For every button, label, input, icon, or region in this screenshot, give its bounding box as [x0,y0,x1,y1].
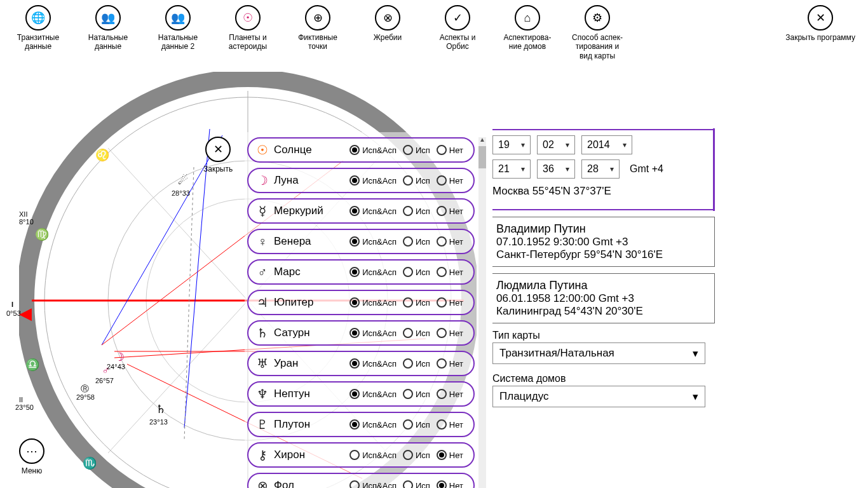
radio-use[interactable] [403,480,413,488]
chevron-down-icon: ▾ [521,165,525,173]
house-system-label: Система домов [492,373,715,384]
close-program-button[interactable]: ✕ Закрыть программу [785,5,855,42]
toolbar-lots[interactable]: ⊗ Жребии [362,5,413,60]
radio-none[interactable] [437,389,447,399]
settings-panel: 19▾ 02▾ 2014▾ 21▾ 36▾ 28▾ Gmt +4 Москва … [492,129,715,407]
planet-glyph-icon: ⚷ [255,447,270,463]
planet-glyph-icon: ♄ [255,325,270,341]
top-toolbar: 🌐 Транзитные данные 👥 Натальные данные 👥… [0,0,868,65]
planet-row-марс: ♂ Марс Исп&АспИспНет [247,259,475,285]
planet-glyph-icon: ♂ [255,265,270,280]
radio-none[interactable] [437,480,447,488]
radio-both[interactable] [349,206,360,216]
scroll-up-icon[interactable]: ▲ [478,136,486,145]
natal-person-1[interactable]: Владимир Путин 07.10.1952 9:30:00 Gmt +3… [492,217,715,267]
close-panel-button[interactable]: ✕ Закрыть [203,137,233,173]
toolbar-aspects-orbs[interactable]: ✓ Аспекты и Орбис [432,5,483,60]
radio-use[interactable] [403,358,413,369]
fictitious-icon: ⊕ [305,5,330,30]
radio-none[interactable] [437,419,447,430]
planet-name: Уран [274,357,331,370]
toolbar-planets-asteroids[interactable]: ☉ Планеты и астероиды [222,5,273,60]
planet-name: Луна [274,174,331,187]
planet-glyph-icon: ♀ [255,234,270,249]
radio-none[interactable] [437,267,447,277]
radio-both[interactable] [349,175,360,186]
hour-select[interactable]: 21▾ [492,159,531,179]
chevron-down-icon: ▾ [521,140,525,149]
planet-row-юпитер: ♃ Юпитер Исп&АспИспНет [247,290,475,315]
radio-both[interactable] [349,358,360,369]
planet-name: Плутон [274,418,331,431]
planet-row-уран: ♅ Уран Исп&АспИспНет [247,351,475,376]
radio-use[interactable] [403,389,413,399]
radio-use[interactable] [403,450,413,460]
radio-none[interactable] [437,358,447,369]
planet-glyph-icon: ♃ [255,295,270,310]
house-icon: ⌂ [515,5,540,30]
gmt-label: Gmt +4 [630,163,663,175]
planet-glyph-icon: ♆ [255,386,270,402]
planet-name: Меркурий [274,205,331,217]
radio-use[interactable] [403,206,413,216]
planet-row-фол: ⊗ Фол Исп&АспИспНет [247,473,475,488]
chart-type-select[interactable]: Транзитная/Натальная▾ [492,342,705,364]
planet-row-хирон: ⚷ Хирон Исп&АспИспНет [247,442,475,468]
house-system-select[interactable]: Плацидус▾ [492,386,705,407]
planet-row-венера: ♀ Венера Исп&АспИспНет [247,229,475,254]
radio-none[interactable] [437,206,447,216]
radio-both[interactable] [349,267,360,277]
radio-both[interactable] [349,480,360,488]
radio-use[interactable] [403,236,413,247]
radio-both[interactable] [349,236,360,247]
radio-use[interactable] [403,145,413,155]
radio-both[interactable] [349,389,360,399]
planet-row-меркурий: ☿ Меркурий Исп&АспИспНет [247,198,475,224]
year-select[interactable]: 2014▾ [581,135,632,154]
radio-both[interactable] [349,297,360,308]
planet-name: Марс [274,266,331,278]
second-select[interactable]: 28▾ [581,159,620,179]
people-icon: 👥 [95,5,121,30]
radio-use[interactable] [403,328,413,338]
close-icon: ✕ [808,5,833,30]
chevron-down-icon: ▾ [693,390,698,403]
radio-both[interactable] [349,145,360,155]
day-select[interactable]: 19▾ [492,135,531,154]
radio-none[interactable] [437,175,447,186]
radio-none[interactable] [437,328,447,338]
planet-name: Нептун [274,388,331,400]
radio-none[interactable] [437,236,447,247]
radio-use[interactable] [403,267,413,277]
planet-row-плутон: ♇ Плутон Исп&АспИспНет [247,412,475,437]
radio-none[interactable] [437,450,447,460]
scrollbar-thumb[interactable] [478,146,486,168]
people-icon: 👥 [165,5,191,30]
planet-glyph-icon: ☿ [255,203,270,219]
lots-icon: ⊗ [375,5,400,30]
planet-name: Солнце [274,144,331,156]
toolbar-aspect-mode[interactable]: ⚙ Способ аспек­тирования и вид карты [572,5,623,60]
toolbar-natal-data-2[interactable]: 👥 Натальные данные 2 [153,5,203,60]
minute-select[interactable]: 36▾ [537,159,575,179]
month-select[interactable]: 02▾ [537,135,575,154]
radio-both[interactable] [349,450,360,460]
scrollbar[interactable]: ▲ ▼ [478,137,486,488]
planet-name: Венера [274,235,331,248]
radio-use[interactable] [403,419,413,430]
toolbar-fictitious-points[interactable]: ⊕ Фиктивные точки [292,5,343,60]
radio-none[interactable] [437,297,447,308]
toolbar-transit-data[interactable]: 🌐 Транзитные данные [13,5,64,60]
radio-use[interactable] [403,175,413,186]
toolbar-house-aspecting[interactable]: ⌂ Аспектирова­ние домов [502,5,553,60]
radio-both[interactable] [349,419,360,430]
menu-button[interactable]: ⋯ Меню [19,438,44,475]
planet-row-нептун: ♆ Нептун Исп&АспИспНет [247,381,475,407]
radio-use[interactable] [403,297,413,308]
close-icon: ✕ [205,137,231,162]
radio-none[interactable] [437,145,447,155]
planet-glyph-icon: ♇ [255,417,270,432]
radio-both[interactable] [349,328,360,338]
natal-person-2[interactable]: Людмила Путина 06.01.1958 12:00:00 Gmt +… [492,273,715,323]
toolbar-natal-data[interactable]: 👥 Натальные данные [83,5,133,60]
